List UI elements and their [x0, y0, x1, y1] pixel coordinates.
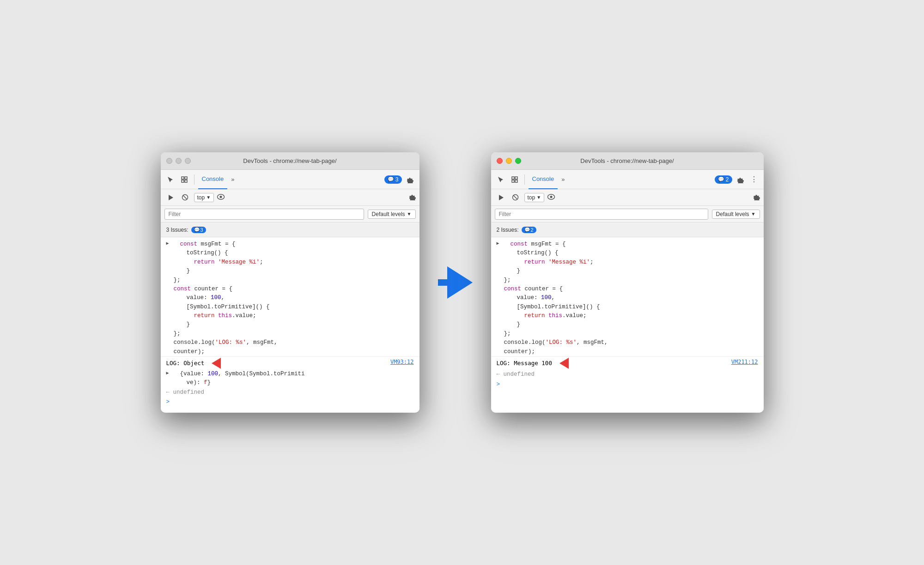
right-window-title: DevTools - chrome://new-tab-page/: [580, 157, 674, 164]
left-levels-arrow: ▼: [407, 211, 412, 216]
svg-point-8: [220, 196, 222, 198]
right-more-tabs[interactable]: »: [559, 176, 566, 183]
svg-line-15: [513, 195, 517, 199]
left-code-line-6: const counter = {: [161, 285, 419, 294]
right-code-line-12: console.log('LOG: %s', msgFmt,: [491, 338, 764, 347]
left-layers-icon[interactable]: [178, 174, 190, 186]
right-code-line-1: ▶ const msgFmt = {: [491, 240, 764, 249]
right-issues-count-badge[interactable]: 💬 2: [522, 227, 536, 233]
left-main-toolbar: Console » 💬 3: [161, 170, 419, 189]
right-code-line-8: [Symbol.toPrimitive]() {: [491, 303, 764, 312]
left-more-tabs[interactable]: »: [229, 176, 236, 183]
right-levels-arrow: ▼: [751, 211, 756, 216]
left-window-title: DevTools - chrome://new-tab-page/: [243, 157, 336, 164]
right-minimize-button[interactable]: [506, 158, 512, 164]
right-log-content: LOG: Message 100: [497, 358, 731, 369]
right-red-arrow: [559, 358, 569, 369]
left-toolbar-divider1: [194, 174, 195, 185]
left-chat-icon: 💬: [388, 176, 394, 182]
right-code-line-2: toString() {: [491, 249, 764, 258]
svg-line-6: [183, 195, 187, 199]
right-main-toolbar: Console » 💬 2 ⋮: [491, 170, 764, 189]
left-code-line-8: [Symbol.toPrimitive]() {: [161, 303, 419, 312]
left-maximize-button[interactable]: [185, 158, 191, 164]
right-code-line-9: return this.value;: [491, 312, 764, 320]
right-top-selector[interactable]: top ▼: [524, 193, 545, 202]
left-eye-icon[interactable]: [217, 194, 225, 201]
right-close-button[interactable]: [497, 158, 503, 164]
left-log-obj-line2: ve): f}: [161, 379, 419, 387]
right-maximize-button[interactable]: [515, 158, 521, 164]
right-toolbar-divider1: [524, 174, 525, 185]
left-expand-arrow-2[interactable]: ▶: [166, 370, 169, 377]
right-devtools-window: DevTools - chrome://new-tab-page/ Consol…: [491, 152, 764, 413]
left-block-icon[interactable]: [179, 192, 191, 204]
right-issues-badge-toolbar[interactable]: 💬 2: [715, 175, 732, 184]
right-code-line-6: const counter = {: [491, 285, 764, 294]
left-close-button[interactable]: [166, 158, 172, 164]
right-eye-icon[interactable]: [547, 194, 555, 201]
right-log-link[interactable]: VM211:12: [731, 358, 758, 366]
left-filter-input[interactable]: [164, 209, 364, 220]
right-three-dots-icon[interactable]: ⋮: [748, 174, 760, 186]
right-console-gear-icon[interactable]: [753, 193, 760, 202]
left-top-selector[interactable]: top ▼: [194, 193, 214, 202]
right-code-line-11: };: [491, 330, 764, 338]
left-code-line-10: }: [161, 320, 419, 329]
left-code-line-2: toString() {: [161, 249, 419, 258]
left-traffic-lights: [166, 158, 191, 164]
left-default-levels[interactable]: Default levels ▼: [368, 210, 416, 219]
svg-rect-10: [515, 177, 517, 179]
left-issues-badge-toolbar[interactable]: 💬 3: [384, 175, 402, 184]
left-console-toolbar: top ▼: [161, 189, 419, 206]
right-settings-icon[interactable]: [734, 174, 746, 186]
right-cursor-icon[interactable]: [495, 174, 507, 186]
right-block-icon[interactable]: [510, 192, 522, 204]
right-log-text: LOG: Message 100: [497, 359, 552, 368]
left-settings-icon[interactable]: [404, 174, 416, 186]
left-console-output: ▶ const msgFmt = { toString() { return '…: [161, 237, 419, 413]
left-code-line-11: };: [161, 330, 419, 338]
right-code-line-7: value: 100,: [491, 294, 764, 302]
svg-rect-12: [515, 180, 517, 182]
right-chat-icon: 💬: [718, 176, 724, 182]
right-layers-icon[interactable]: [509, 174, 521, 186]
left-log-link[interactable]: VM93:12: [390, 358, 414, 366]
right-filter-input[interactable]: [495, 209, 708, 220]
right-code-line-10: }: [491, 320, 764, 329]
right-code-line-3: return 'Message %i';: [491, 258, 764, 267]
left-code-line-4: }: [161, 267, 419, 276]
right-filter-bar: Default levels ▼: [491, 206, 764, 222]
right-traffic-lights: [497, 158, 521, 164]
left-log-content: LOG: Object: [166, 358, 390, 369]
left-issues-bar: 3 Issues: 💬 3: [161, 222, 419, 237]
left-devtools-window: DevTools - chrome://new-tab-page/ Consol…: [161, 152, 419, 413]
right-title-bar: DevTools - chrome://new-tab-page/: [491, 152, 764, 170]
right-console-tab[interactable]: Console: [529, 170, 558, 189]
svg-rect-0: [182, 177, 184, 179]
left-log-obj-line: ▶ {value: 100, Symbol(Symbol.toPrimiti: [161, 370, 419, 379]
right-undefined-line: ← undefined: [491, 370, 764, 379]
svg-rect-1: [185, 177, 187, 179]
svg-rect-11: [512, 180, 514, 182]
left-console-tab[interactable]: Console: [198, 170, 228, 189]
right-default-levels[interactable]: Default levels ▼: [712, 210, 760, 219]
svg-marker-13: [499, 195, 504, 200]
left-code-line-3: return 'Message %i';: [161, 258, 419, 267]
left-cursor-icon[interactable]: [164, 174, 176, 186]
right-code-line-4: }: [491, 267, 764, 276]
right-prompt-line[interactable]: >: [491, 379, 764, 390]
left-expand-arrow-1[interactable]: ▶: [166, 240, 169, 247]
left-console-gear-icon[interactable]: [408, 193, 416, 202]
left-minimize-button[interactable]: [176, 158, 182, 164]
left-title-bar: DevTools - chrome://new-tab-page/: [161, 152, 419, 170]
left-code-line-13: counter);: [161, 348, 419, 356]
right-log-output-line: LOG: Message 100 VM211:12: [491, 356, 764, 370]
left-log-output-line: LOG: Object VM93:12: [161, 356, 419, 370]
left-issues-count-badge[interactable]: 💬 3: [191, 227, 206, 233]
svg-rect-2: [182, 180, 184, 182]
left-play-icon[interactable]: [164, 192, 176, 204]
right-expand-arrow-1[interactable]: ▶: [497, 240, 499, 247]
left-prompt-line[interactable]: >: [161, 397, 419, 408]
right-play-icon[interactable]: [495, 192, 507, 204]
